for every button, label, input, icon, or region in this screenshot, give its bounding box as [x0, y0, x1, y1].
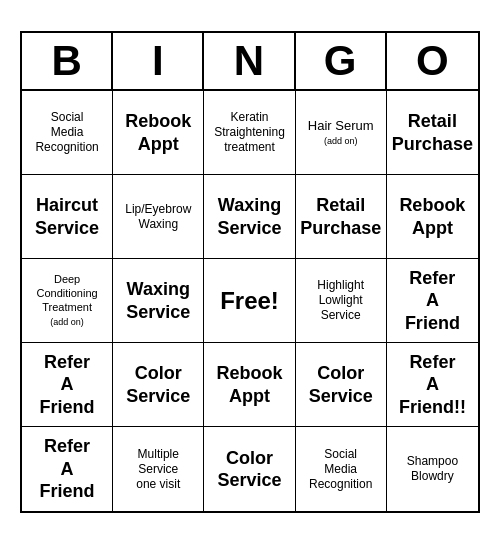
bingo-cell-o5: Shampoo Blowdry: [387, 427, 478, 511]
bingo-cell-i4: Color Service: [113, 343, 204, 427]
bingo-cell-o3: Refer A Friend: [387, 259, 478, 343]
bingo-cell-g5: Social Media Recognition: [296, 427, 387, 511]
cell-text: Haircut Service: [35, 194, 99, 239]
cell-text: Retail Purchase: [300, 194, 381, 239]
cell-text: Rebook Appt: [216, 362, 282, 407]
free-text: Free!: [220, 286, 279, 316]
bingo-cell-b1: Social Media Recognition: [22, 91, 113, 175]
cell-text: Refer A Friend!!: [399, 351, 466, 419]
bingo-letter-b: B: [22, 33, 113, 89]
bingo-cell-b2: Haircut Service: [22, 175, 113, 259]
cell-text: Rebook Appt: [125, 110, 191, 155]
cell-main-text: Deep Conditioning Treatment: [25, 273, 109, 314]
cell-sub-text: (add on): [324, 136, 358, 147]
cell-text: Waxing Service: [217, 194, 281, 239]
cell-text: Refer A Friend: [405, 267, 460, 335]
bingo-cell-i2: Lip/Eyebrow Waxing: [113, 175, 204, 259]
bingo-cell-g3: Highlight Lowlight Service: [296, 259, 387, 343]
cell-text: Shampoo Blowdry: [407, 454, 458, 484]
cell-text: Retail Purchase: [392, 110, 473, 155]
cell-text: Refer A Friend: [40, 351, 95, 419]
cell-text: Color Service: [126, 362, 190, 407]
bingo-cell-o2: Rebook Appt: [387, 175, 478, 259]
cell-text: Social Media Recognition: [35, 110, 98, 155]
cell-text: Rebook Appt: [399, 194, 465, 239]
cell-text: Keratin Straightening treatment: [214, 110, 285, 155]
bingo-card: BINGO Social Media RecognitionRebook App…: [20, 31, 480, 513]
bingo-cell-i1: Rebook Appt: [113, 91, 204, 175]
bingo-letter-n: N: [204, 33, 295, 89]
bingo-cell-b4: Refer A Friend: [22, 343, 113, 427]
bingo-cell-o4: Refer A Friend!!: [387, 343, 478, 427]
bingo-cell-b3: Deep Conditioning Treatment(add on): [22, 259, 113, 343]
bingo-cell-i3: Waxing Service: [113, 259, 204, 343]
bingo-cell-o1: Retail Purchase: [387, 91, 478, 175]
cell-main-text: Hair Serum: [308, 118, 374, 134]
bingo-letter-g: G: [296, 33, 387, 89]
bingo-letter-o: O: [387, 33, 478, 89]
cell-sub-text: (add on): [50, 317, 84, 328]
bingo-cell-i5: Multiple Service one visit: [113, 427, 204, 511]
cell-text: Social Media Recognition: [309, 447, 372, 492]
cell-text: Lip/Eyebrow Waxing: [125, 202, 191, 232]
cell-text: Color Service: [217, 447, 281, 492]
bingo-header: BINGO: [22, 33, 478, 91]
cell-text: Color Service: [309, 362, 373, 407]
bingo-cell-n2: Waxing Service: [204, 175, 295, 259]
bingo-cell-n3: Free!: [204, 259, 295, 343]
cell-text: Refer A Friend: [40, 435, 95, 503]
bingo-cell-g1: Hair Serum(add on): [296, 91, 387, 175]
bingo-cell-g4: Color Service: [296, 343, 387, 427]
bingo-cell-n4: Rebook Appt: [204, 343, 295, 427]
bingo-cell-b5: Refer A Friend: [22, 427, 113, 511]
cell-text: Multiple Service one visit: [136, 447, 180, 492]
bingo-cell-g2: Retail Purchase: [296, 175, 387, 259]
bingo-letter-i: I: [113, 33, 204, 89]
bingo-grid: Social Media RecognitionRebook ApptKerat…: [22, 91, 478, 511]
cell-text: Highlight Lowlight Service: [317, 278, 364, 323]
cell-text: Waxing Service: [126, 278, 190, 323]
bingo-cell-n1: Keratin Straightening treatment: [204, 91, 295, 175]
bingo-cell-n5: Color Service: [204, 427, 295, 511]
